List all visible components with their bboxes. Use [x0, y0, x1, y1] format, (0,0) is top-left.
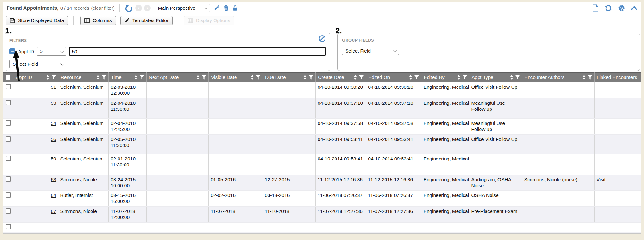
- row-checkbox[interactable]: [6, 192, 11, 198]
- filter-funnel-icon[interactable]: [309, 75, 313, 80]
- columns-button[interactable]: Columns: [80, 16, 116, 25]
- column-header-linked_encounters[interactable]: Linked Encounters: [594, 73, 641, 82]
- column-header-edited_on[interactable]: Edited On: [366, 73, 421, 82]
- table-row: 67Simmons, Nicole11-07-2018 12:00:0011-0…: [3, 207, 641, 223]
- collapse-chevron-up-icon[interactable]: [631, 6, 637, 10]
- sort-icon[interactable]: [97, 75, 100, 80]
- column-header-visible_date[interactable]: Visible Date: [208, 73, 263, 82]
- prev-perspective-button[interactable]: ‹: [135, 5, 142, 11]
- filters-area: 1. 2. FILTERS − Appt ID >: [3, 27, 641, 72]
- filter-funnel-icon[interactable]: [102, 75, 106, 80]
- column-label: Time: [111, 75, 122, 80]
- row-checkbox[interactable]: [6, 84, 11, 89]
- store-displayed-data-button[interactable]: Store Displayed Data: [6, 16, 68, 25]
- sort-icon[interactable]: [303, 75, 307, 80]
- column-header-edited_by[interactable]: Edited By: [421, 73, 469, 82]
- cell-visible_date: 01-05-2016: [208, 175, 263, 191]
- sort-icon[interactable]: [197, 75, 200, 80]
- annotation-arrow: [12, 50, 25, 81]
- cell-appt_id: 67: [14, 207, 58, 223]
- column-header-next_apt_date[interactable]: Next Apt Date: [146, 73, 208, 82]
- cell-linked_encounters: [594, 134, 641, 154]
- filter-value-input[interactable]: 50: [69, 47, 326, 56]
- column-header-time[interactable]: Time: [108, 73, 146, 82]
- undo-icon[interactable]: [125, 4, 133, 12]
- row-checkbox[interactable]: [6, 120, 11, 126]
- templates-editor-button[interactable]: Templates Editor: [120, 16, 173, 25]
- appt-id-link[interactable]: 64: [51, 193, 56, 198]
- cell-visible_date: [208, 134, 263, 154]
- clear-filter-link[interactable]: (clear filter): [91, 5, 114, 11]
- appt-id-link[interactable]: 54: [51, 120, 56, 126]
- annotation-marker-1: 1.: [5, 27, 12, 35]
- filter-funnel-icon[interactable]: [414, 75, 419, 80]
- cell-appt_type: Office Visit Follow Up: [469, 134, 522, 154]
- sort-icon[interactable]: [457, 75, 460, 80]
- sort-icon[interactable]: [582, 75, 586, 80]
- sort-icon[interactable]: [409, 75, 412, 80]
- filter-funnel-icon[interactable]: [202, 75, 206, 80]
- column-header-resource[interactable]: Resource: [58, 73, 108, 82]
- sort-icon[interactable]: [134, 75, 137, 80]
- appointments-table: Appt IDResourceTimeNext Apt DateVisible …: [3, 72, 641, 232]
- filter-funnel-icon[interactable]: [256, 75, 260, 80]
- next-perspective-button[interactable]: ›: [144, 5, 151, 11]
- empty-row: [3, 223, 641, 232]
- sort-icon[interactable]: [354, 75, 357, 80]
- gear-icon[interactable]: [618, 5, 625, 12]
- group-field-select[interactable]: Select Field: [342, 47, 399, 55]
- perspective-value: Main Perspective: [158, 5, 195, 11]
- pencil-icon: [125, 18, 130, 23]
- clear-filters-icon[interactable]: [319, 35, 326, 42]
- filter-funnel-icon[interactable]: [515, 75, 520, 80]
- filter-funnel-icon[interactable]: [140, 75, 144, 80]
- cell-edited_by: Engineering, Medical: [421, 191, 469, 207]
- filter-funnel-icon[interactable]: [588, 75, 592, 80]
- filter-operator-select[interactable]: >: [37, 47, 66, 56]
- display-options-label: Display Options: [196, 18, 230, 23]
- edit-pencil-icon[interactable]: [214, 5, 220, 11]
- perspective-select[interactable]: Main Perspective: [155, 4, 210, 12]
- cell-appt_id: 59: [14, 154, 58, 175]
- cell-edited_on: 11-07-2018 12:27:36: [366, 207, 421, 223]
- column-header-encounter_authors[interactable]: Encounter Authors: [522, 73, 594, 82]
- sort-icon[interactable]: [510, 75, 513, 80]
- select-all-checkbox[interactable]: [6, 75, 10, 80]
- refresh-icon[interactable]: [605, 5, 612, 12]
- cell-appt_id: 56: [14, 134, 58, 154]
- row-checkbox[interactable]: [6, 136, 11, 142]
- appt-id-link[interactable]: 51: [51, 84, 56, 90]
- trash-icon[interactable]: [223, 5, 229, 11]
- group-field-value: Select Field: [345, 48, 371, 54]
- filter-operator-value: >: [40, 49, 43, 54]
- new-document-icon[interactable]: [592, 4, 599, 12]
- cell-time: 02-04-2010 11:30:00: [108, 98, 146, 118]
- filter-funnel-icon[interactable]: [359, 75, 364, 80]
- cell-resource: Selenium, Selenium: [58, 118, 108, 134]
- appt-id-link[interactable]: 63: [51, 177, 56, 182]
- row-checkbox[interactable]: [6, 156, 11, 161]
- column-header-due_date[interactable]: Due Date: [263, 73, 316, 82]
- cell-check: [3, 207, 14, 223]
- filter-funnel-icon[interactable]: [52, 75, 56, 80]
- column-header-create_date[interactable]: Create Date: [316, 73, 366, 82]
- chevron-down-icon: [204, 6, 208, 10]
- cell-check: [3, 82, 14, 98]
- filter-funnel-icon[interactable]: [463, 75, 467, 80]
- row-checkbox[interactable]: [6, 208, 11, 214]
- column-header-appt_type[interactable]: Appt Type: [469, 73, 522, 82]
- column-label: Linked Encounters: [597, 75, 637, 80]
- row-checkbox[interactable]: [6, 100, 11, 105]
- appt-id-link[interactable]: 53: [51, 100, 56, 106]
- lock-icon[interactable]: [232, 5, 238, 11]
- column-label: Visible Date: [211, 75, 237, 80]
- appt-id-link[interactable]: 67: [51, 209, 56, 214]
- appt-id-link[interactable]: 56: [51, 137, 56, 142]
- sort-icon[interactable]: [251, 75, 254, 80]
- row-checkbox[interactable]: [6, 224, 11, 229]
- sort-icon[interactable]: [46, 75, 49, 80]
- appt-id-link[interactable]: 59: [51, 156, 56, 161]
- cell-edited_on: 11-12-2015 12:16:36: [366, 175, 421, 191]
- table-row: 59Selenium, Selenium02-01-2010 11:30:000…: [3, 154, 641, 175]
- row-checkbox[interactable]: [6, 176, 11, 182]
